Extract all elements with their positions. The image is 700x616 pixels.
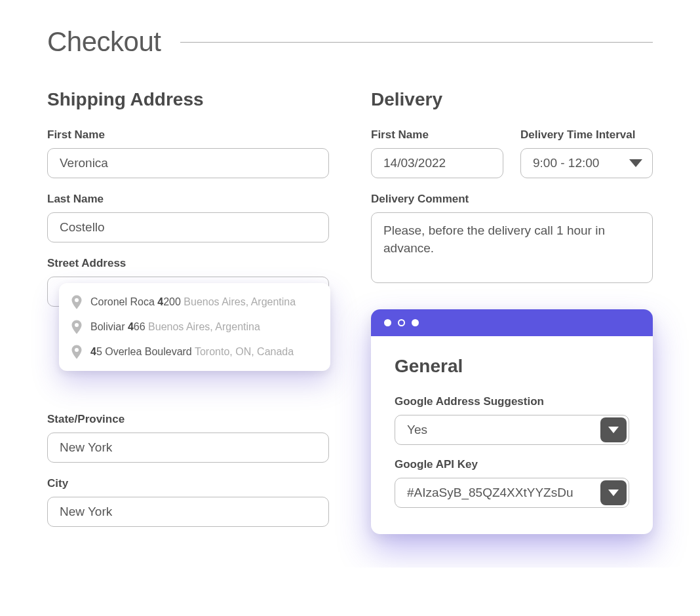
last-name-input[interactable] [47, 212, 329, 242]
delivery-interval-select[interactable] [520, 148, 653, 178]
suggestion-setting-label: Google Address Suggestion [395, 395, 629, 408]
suggestion-item[interactable]: Coronel Roca 4200 Buenos Aires, Argentin… [59, 290, 330, 315]
suggestion-text: Coronel Roca 4200 Buenos Aires, Argentin… [90, 296, 296, 308]
map-pin-icon [71, 295, 83, 309]
api-key-label: Google API Key [395, 458, 629, 471]
shipping-section: Shipping Address First Name Last Name St… [47, 89, 329, 541]
state-input[interactable] [47, 433, 329, 463]
map-pin-icon [71, 320, 83, 334]
window-dot-icon [398, 319, 405, 326]
suggestion-item[interactable]: 45 Overlea Boulevard Toronto, ON, Canada [59, 339, 330, 364]
panel-titlebar [371, 309, 653, 336]
suggestion-setting-select[interactable] [395, 415, 629, 445]
delivery-comment-textarea[interactable] [371, 212, 653, 283]
street-label: Street Address [47, 257, 329, 270]
city-label: City [47, 477, 329, 490]
delivery-date-input[interactable] [371, 148, 503, 178]
address-suggestions-dropdown: Coronel Roca 4200 Buenos Aires, Argentin… [59, 283, 330, 371]
delivery-interval-label: Delivery Time Interval [520, 128, 653, 142]
suggestion-text: Boliviar 466 Buenos Aires, Argentina [90, 321, 260, 333]
delivery-section: Delivery First Name Delivery Time Interv… [371, 89, 653, 541]
settings-title: General [395, 356, 629, 377]
first-name-input[interactable] [47, 148, 329, 178]
city-input[interactable] [47, 497, 329, 527]
settings-panel: General Google Address Suggestion Google… [371, 309, 653, 534]
window-dot-icon [384, 319, 391, 326]
window-dot-icon [412, 319, 419, 326]
header-divider [180, 42, 653, 43]
delivery-title: Delivery [371, 89, 653, 110]
page-header: Checkout [47, 26, 653, 58]
page-title: Checkout [47, 26, 161, 58]
map-pin-icon [71, 345, 83, 359]
shipping-title: Shipping Address [47, 89, 329, 110]
api-key-select[interactable] [395, 478, 629, 508]
suggestion-text: 45 Overlea Boulevard Toronto, ON, Canada [90, 346, 294, 358]
first-name-label: First Name [47, 128, 329, 142]
state-label: State/Province [47, 413, 329, 426]
delivery-date-label: First Name [371, 128, 503, 142]
delivery-comment-label: Delivery Comment [371, 193, 653, 206]
last-name-label: Last Name [47, 193, 329, 206]
suggestion-item[interactable]: Boliviar 466 Buenos Aires, Argentina [59, 315, 330, 339]
